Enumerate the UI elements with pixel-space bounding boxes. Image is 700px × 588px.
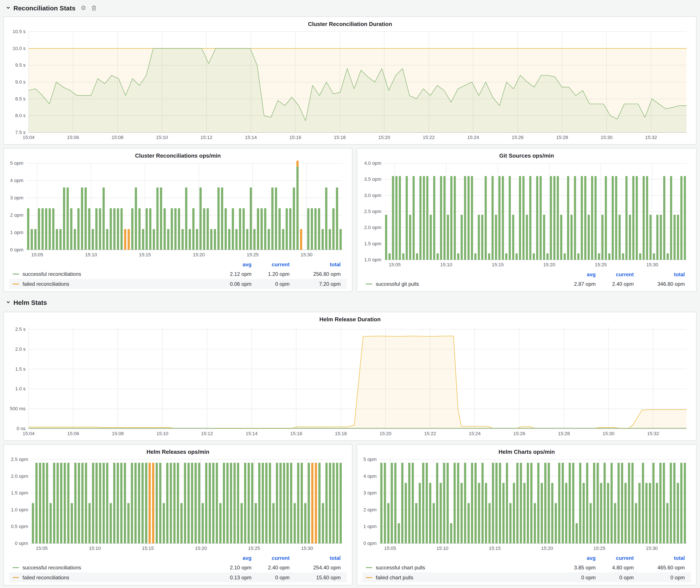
legend-sort-avg[interactable]: avg — [214, 261, 258, 267]
legend-header: avg current total — [362, 553, 691, 562]
helm-charts-bar-plot[interactable]: 15:0515:1015:1515:2015:2515:300 opm1 opm… — [361, 457, 692, 552]
panel-title[interactable]: Helm Release Duration — [8, 314, 692, 324]
svg-text:15:15: 15:15 — [489, 546, 501, 551]
helm-release-duration-plot[interactable]: 15:0415:0615:0815:1015:1215:1415:1615:18… — [8, 324, 692, 438]
svg-text:10.5 s: 10.5 s — [13, 29, 26, 34]
panel-title[interactable]: Helm Releases ops/min — [8, 446, 348, 457]
legend-sort-avg[interactable]: avg — [558, 555, 602, 561]
svg-text:3.5 opm: 3.5 opm — [364, 176, 382, 182]
svg-text:15:15: 15:15 — [139, 252, 151, 257]
svg-text:1 opm: 1 opm — [10, 230, 23, 235]
legend-sort-current[interactable]: current — [258, 555, 296, 561]
svg-text:15:25: 15:25 — [595, 262, 607, 267]
svg-text:15:14: 15:14 — [245, 135, 257, 140]
svg-text:15:20: 15:20 — [541, 546, 553, 551]
svg-text:15:05: 15:05 — [36, 546, 48, 551]
legend-current-value: 1.20 opm — [258, 271, 296, 277]
legend-total-value: 465.60 opm — [640, 564, 691, 570]
legend-sort-total[interactable]: total — [640, 271, 691, 277]
svg-text:2.5 opm: 2.5 opm — [364, 209, 382, 214]
legend-header: avg current total — [362, 270, 691, 279]
legend-sort-current[interactable]: current — [602, 271, 640, 277]
panel-title-text: Helm Releases ops/min — [147, 448, 209, 455]
panel-title-text: Cluster Reconciliations ops/min — [135, 152, 221, 159]
svg-text:15:28: 15:28 — [558, 431, 570, 436]
panel-title[interactable]: Helm Charts ops/min — [361, 446, 692, 457]
svg-text:1.5 opm: 1.5 opm — [364, 241, 382, 246]
legend-current-value: 2.40 opm — [602, 281, 640, 287]
legend-current-value: 0 opm — [258, 574, 296, 580]
legend-avg-value: 0.06 opm — [214, 281, 258, 287]
section-header-helm-stats: Helm Stats — [0, 296, 700, 308]
svg-text:15:22: 15:22 — [424, 431, 436, 436]
legend-series-name[interactable]: successful git pulls — [376, 281, 419, 287]
svg-text:15:04: 15:04 — [23, 135, 34, 140]
panel-title[interactable]: Cluster Reconciliation Duration — [8, 19, 692, 29]
legend-series-name[interactable]: failed reconciliations — [23, 281, 69, 287]
section-header-reconciliation-stats: Reconciliation Stats ⚙ — [0, 2, 700, 14]
svg-text:15:20: 15:20 — [379, 431, 391, 436]
svg-text:10.0 s: 10.0 s — [13, 46, 26, 51]
svg-text:15:30: 15:30 — [646, 546, 658, 551]
legend-total-value: 15.60 opm — [296, 574, 347, 580]
legend-sort-total[interactable]: total — [296, 555, 347, 561]
panel-title-text: Helm Release Duration — [319, 316, 381, 322]
svg-text:15:10: 15:10 — [156, 135, 168, 140]
series-swatch-orange — [366, 577, 372, 578]
panel-title[interactable]: Git Sources ops/min — [361, 150, 692, 161]
svg-text:8.5 s: 8.5 s — [15, 96, 26, 102]
section-toggle-helm-stats[interactable]: Helm Stats — [6, 299, 47, 306]
legend-avg-value: 2.87 opm — [558, 281, 602, 287]
legend-avg-value: 0 opm — [558, 574, 602, 580]
svg-text:15:28: 15:28 — [556, 135, 568, 140]
svg-text:0 opm: 0 opm — [10, 247, 23, 252]
chevron-down-icon — [6, 300, 10, 304]
legend: avg current total successful reconciliat… — [8, 552, 348, 582]
legend-sort-total[interactable]: total — [296, 261, 347, 267]
svg-text:15:20: 15:20 — [195, 546, 207, 551]
svg-text:15:26: 15:26 — [512, 135, 524, 140]
panel-helm-charts-opm: Helm Charts ops/min 15:0515:1015:1515:20… — [357, 444, 697, 585]
panel-title[interactable]: Cluster Reconciliations ops/min — [8, 150, 348, 161]
legend-row: successful reconciliations 2.10 opm 2.40… — [9, 562, 347, 572]
gear-icon[interactable]: ⚙ — [81, 5, 86, 11]
svg-text:8.0 s: 8.0 s — [15, 113, 26, 118]
svg-text:0.5 opm: 0.5 opm — [11, 524, 28, 529]
legend: avg current total successful chart pulls… — [361, 552, 692, 582]
svg-text:15:24: 15:24 — [469, 431, 481, 436]
trash-icon[interactable] — [91, 5, 97, 11]
legend-sort-current[interactable]: current — [602, 555, 640, 561]
legend-avg-value: 3.85 opm — [558, 564, 602, 570]
cluster-reconciliations-bar-plot[interactable]: 15:0515:1015:1515:2015:2515:300 opm1 opm… — [8, 161, 348, 259]
chevron-down-icon — [6, 6, 10, 10]
svg-text:15:06: 15:06 — [67, 431, 79, 436]
svg-text:1.5 s: 1.5 s — [15, 366, 26, 372]
svg-text:15:16: 15:16 — [290, 431, 302, 436]
git-sources-bar-plot[interactable]: 15:0515:1015:1515:2015:2515:301.0 opm1.5… — [361, 161, 692, 269]
svg-text:15:18: 15:18 — [335, 431, 347, 436]
svg-text:9.5 s: 9.5 s — [15, 62, 26, 68]
svg-text:15:25: 15:25 — [247, 252, 259, 257]
legend-sort-avg[interactable]: avg — [214, 555, 258, 561]
section-toggle-reconciliation-stats[interactable]: Reconciliation Stats — [6, 4, 76, 11]
legend-total-value: 7.20 opm — [296, 281, 347, 287]
legend-sort-avg[interactable]: avg — [558, 271, 602, 277]
helm-releases-bar-plot[interactable]: 15:0515:1015:1515:2015:2515:300 opm0.5 o… — [8, 457, 348, 552]
legend-series-name[interactable]: successful chart pulls — [376, 564, 425, 570]
svg-text:15:12: 15:12 — [201, 431, 213, 436]
panel-helm-releases-opm: Helm Releases ops/min 15:0515:1015:1515:… — [3, 444, 352, 585]
svg-text:15:26: 15:26 — [513, 431, 525, 436]
legend-series-name[interactable]: successful reconciliations — [23, 564, 81, 570]
cluster-reconciliation-duration-plot[interactable]: 15:0415:0615:0815:1015:1215:1415:1615:18… — [8, 29, 692, 142]
svg-text:4.0 opm: 4.0 opm — [364, 161, 382, 166]
legend-avg-value: 0.13 opm — [214, 574, 258, 580]
legend-sort-current[interactable]: current — [258, 261, 296, 267]
legend-sort-total[interactable]: total — [640, 555, 691, 561]
series-swatch-orange — [13, 577, 19, 578]
legend-series-name[interactable]: successful reconciliations — [23, 271, 81, 277]
svg-text:15:10: 15:10 — [437, 546, 448, 551]
legend-series-name[interactable]: failed chart pulls — [376, 574, 413, 580]
svg-text:1.0 s: 1.0 s — [15, 386, 26, 391]
legend-series-name[interactable]: failed reconciliations — [23, 574, 69, 580]
legend-row: failed chart pulls 0 opm 0 opm 0 opm — [362, 572, 691, 582]
